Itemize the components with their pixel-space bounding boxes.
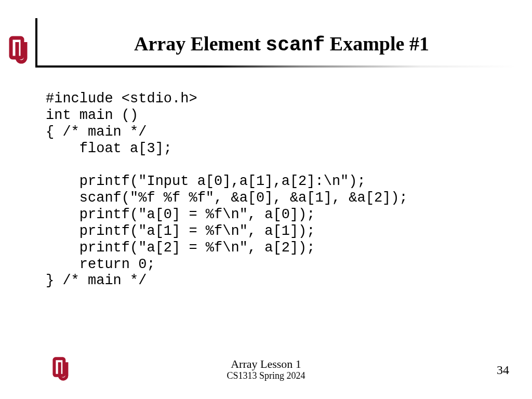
- code-block: #include <stdio.h> int main () { /* main…: [46, 91, 408, 289]
- title-mono: scanf: [265, 34, 325, 56]
- slide-title: Array Element scanf Example #1: [47, 32, 516, 56]
- vertical-rule: [35, 18, 37, 68]
- title-part2: Example #1: [325, 33, 429, 55]
- ou-logo-icon: [8, 35, 31, 64]
- footer-title: Array Lesson 1: [0, 357, 532, 371]
- slide: Array Element scanf Example #1 #include …: [0, 0, 532, 399]
- footer-subtitle: CS1313 Spring 2024: [0, 370, 532, 381]
- horizontal-rule: [35, 65, 516, 68]
- page-number: 34: [497, 363, 509, 377]
- title-part1: Array Element: [134, 33, 265, 55]
